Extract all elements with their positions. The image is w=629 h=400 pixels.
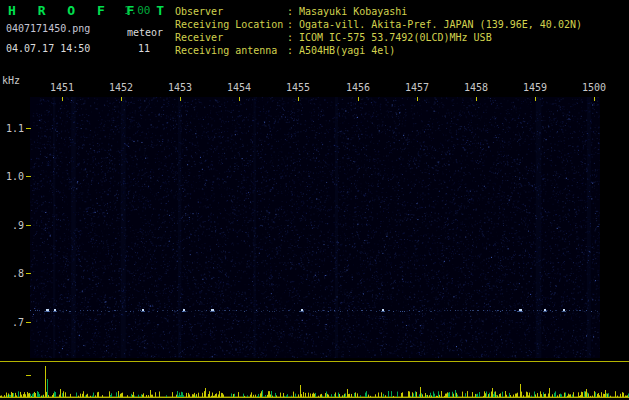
signal-level-strip-canvas xyxy=(0,363,629,397)
time-label: 1454 xyxy=(226,82,252,93)
freq-tick xyxy=(26,375,31,376)
receiver-info-panel: Observer : Masayuki Kobayashi Receiving … xyxy=(175,5,582,57)
info-colon: : xyxy=(287,5,299,18)
info-label: Receiving antenna xyxy=(175,44,287,57)
time-tick xyxy=(121,97,122,101)
time-tick xyxy=(239,97,240,101)
info-value: Masayuki Kobayashi xyxy=(299,5,407,18)
time-tick xyxy=(417,97,418,101)
freq-label: 1.1 xyxy=(0,123,24,134)
strip-top-line xyxy=(0,361,629,362)
spectrogram-canvas xyxy=(30,97,600,358)
info-row-antenna: Receiving antenna : A504HB(yagi 4el) xyxy=(175,44,582,57)
time-tick xyxy=(594,97,595,101)
time-tick xyxy=(535,97,536,101)
info-value: A504HB(yagi 4el) xyxy=(299,44,395,57)
freq-label: .8 xyxy=(0,268,24,279)
info-label: Observer xyxy=(175,5,287,18)
time-label: 1455 xyxy=(285,82,311,93)
time-tick xyxy=(298,97,299,101)
hrofft-window: H R O F F T 1.00 0407171450.png meteor 0… xyxy=(0,0,629,400)
freq-tick xyxy=(26,176,31,177)
info-label: Receiver xyxy=(175,31,287,44)
app-version: 1.00 xyxy=(124,4,151,17)
freq-tick xyxy=(26,322,31,323)
info-value: ICOM IC-575 53.7492(0LCD)MHz USB xyxy=(299,31,492,44)
time-label: 1500 xyxy=(581,82,607,93)
info-colon: : xyxy=(287,18,299,31)
info-label: Receiving Location xyxy=(175,18,287,31)
time-label: 1452 xyxy=(108,82,134,93)
freq-label: .9 xyxy=(0,220,24,231)
datetime-label: 04.07.17 14:50 xyxy=(6,43,90,54)
time-label: 1451 xyxy=(49,82,75,93)
info-row-receiver: Receiver : ICOM IC-575 53.7492(0LCD)MHz … xyxy=(175,31,582,44)
freq-tick xyxy=(26,225,31,226)
time-label: 1457 xyxy=(404,82,430,93)
time-label: 1458 xyxy=(463,82,489,93)
info-row-observer: Observer : Masayuki Kobayashi xyxy=(175,5,582,18)
info-value: Ogata-vill. Akita-Pref. JAPAN (139.96E, … xyxy=(299,18,582,31)
freq-label: 1.0 xyxy=(0,171,24,182)
output-filename: 0407171450.png xyxy=(6,23,90,34)
time-tick xyxy=(358,97,359,101)
time-label: 1453 xyxy=(167,82,193,93)
strip-bottom-line xyxy=(0,397,629,398)
info-colon: : xyxy=(287,31,299,44)
info-row-location: Receiving Location : Ogata-vill. Akita-P… xyxy=(175,18,582,31)
freq-tick xyxy=(26,273,31,274)
time-label: 1459 xyxy=(522,82,548,93)
time-label: 1456 xyxy=(345,82,371,93)
info-colon: : xyxy=(287,44,299,57)
time-tick xyxy=(476,97,477,101)
echo-count: 11 xyxy=(138,43,150,54)
freq-unit-label: kHz xyxy=(2,75,20,86)
time-tick xyxy=(62,97,63,101)
mode-label: meteor xyxy=(127,27,163,38)
freq-tick xyxy=(26,128,31,129)
time-tick xyxy=(180,97,181,101)
freq-label: .7 xyxy=(0,317,24,328)
